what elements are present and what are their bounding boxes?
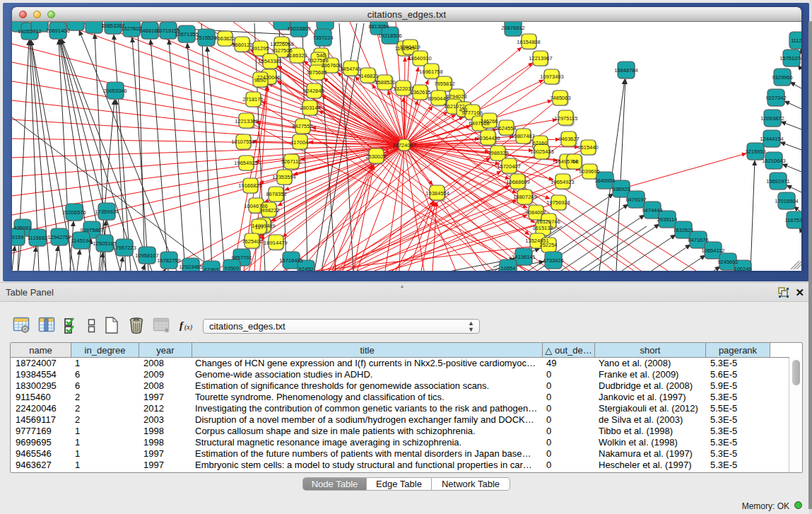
svg-text:14136141: 14136141 (512, 254, 535, 260)
svg-text:891295: 891295 (251, 45, 269, 52)
svg-text:11121: 11121 (791, 37, 801, 44)
svg-text:1527602: 1527602 (121, 25, 141, 32)
svg-text:2718176: 2718176 (242, 96, 263, 103)
svg-text:17957223: 17957223 (112, 245, 136, 251)
svg-text:746266: 746266 (480, 118, 498, 124)
svg-text:1096419: 1096419 (399, 44, 420, 50)
svg-text:9146821: 9146821 (358, 73, 378, 79)
svg-text:8660123: 8660123 (232, 42, 252, 48)
svg-text:9515440: 9515440 (577, 144, 598, 151)
svg-text:9039695: 9039695 (579, 168, 599, 175)
svg-text:10654: 10654 (501, 265, 516, 271)
svg-text:18807249: 18807249 (513, 194, 536, 200)
svg-text:13226058: 13226058 (270, 41, 293, 47)
svg-text:100249: 100249 (734, 266, 751, 271)
svg-text:127: 127 (255, 224, 264, 230)
svg-text:20053346: 20053346 (103, 88, 126, 94)
svg-text:17359924: 17359924 (95, 209, 118, 215)
svg-text:1733426: 1733426 (543, 257, 563, 264)
svg-text:10107553: 10107553 (231, 139, 254, 145)
svg-text:9857791: 9857791 (231, 255, 252, 261)
svg-text:1640954: 1640954 (594, 177, 615, 184)
svg-text:3498222: 3498222 (259, 207, 279, 214)
svg-text:19756928: 19756928 (546, 199, 570, 206)
svg-text:1615132: 1615132 (532, 225, 553, 231)
svg-text:92450: 92450 (299, 266, 314, 271)
svg-text:18724007: 18724007 (392, 142, 416, 148)
svg-text:9463627: 9463627 (558, 136, 579, 142)
svg-text:10973493: 10973493 (540, 74, 563, 80)
svg-text:1115682: 1115682 (28, 235, 47, 241)
svg-text:12213369: 12213369 (235, 118, 258, 124)
svg-text:10688609: 10688609 (506, 179, 529, 185)
svg-text:7663822: 7663822 (214, 35, 235, 42)
svg-text:20364436: 20364436 (476, 135, 500, 141)
svg-text:8990448: 8990448 (428, 95, 448, 102)
svg-text:16961758: 16961758 (419, 69, 442, 75)
svg-text:8678352: 8678352 (266, 191, 286, 197)
svg-text:62160: 62160 (533, 140, 548, 146)
svg-text:8427552: 8427552 (292, 123, 312, 129)
svg-text:2867608: 2867608 (321, 62, 341, 69)
svg-text:12353594: 12353594 (272, 174, 295, 180)
svg-text:1167533: 1167533 (785, 217, 801, 223)
svg-text:12093872: 12093872 (760, 115, 784, 122)
svg-text:16120746: 16120746 (536, 218, 560, 225)
svg-text:f: f (180, 320, 184, 331)
svg-text:2803144: 2803144 (300, 105, 320, 111)
svg-text:3215953: 3215953 (745, 148, 765, 155)
svg-text:12942757: 12942757 (47, 234, 71, 240)
svg-text:7986322: 7986322 (488, 150, 508, 156)
svg-text:252254: 252254 (539, 242, 557, 248)
svg-text:10807487: 10807487 (511, 133, 534, 139)
svg-text:19654925: 19654925 (234, 160, 257, 166)
svg-text:6794028: 6794028 (446, 93, 466, 100)
svg-text:9890: 9890 (254, 77, 266, 83)
svg-text:3267110: 3267110 (281, 158, 302, 165)
svg-text:19654923: 19654923 (551, 179, 574, 185)
svg-text:9242848: 9242848 (303, 88, 324, 94)
svg-text:16782759: 16782759 (157, 257, 180, 264)
svg-text:16033809: 16033809 (287, 25, 310, 32)
svg-text:93509: 93509 (225, 265, 240, 271)
svg-text:15716485: 15716485 (279, 257, 302, 264)
svg-text:20691406: 20691406 (46, 28, 69, 34)
svg-text:7632621: 7632621 (673, 227, 693, 233)
svg-text:16648784: 16648784 (614, 67, 637, 74)
svg-text:7515524: 7515524 (196, 35, 216, 41)
svg-text:435061: 435061 (13, 225, 31, 231)
svg-text:10958107: 10958107 (135, 252, 158, 259)
svg-text:8454749: 8454749 (340, 66, 360, 72)
svg-text:44: 44 (572, 158, 577, 165)
svg-text:2935114: 2935114 (657, 216, 678, 223)
svg-text:8813054: 8813054 (368, 23, 389, 30)
svg-text:16154808: 16154808 (517, 39, 540, 45)
svg-text:16543382: 16543382 (258, 58, 281, 64)
svg-text:1588520: 1588520 (375, 79, 395, 86)
svg-text:3875685: 3875685 (306, 69, 326, 76)
svg-text:10654112: 10654112 (702, 247, 725, 254)
svg-text:19166825: 19166825 (238, 182, 261, 189)
svg-text:20206576: 20206576 (62, 209, 86, 216)
svg-text:938923: 938923 (612, 186, 630, 192)
svg-text:1362615: 1362615 (410, 89, 430, 95)
svg-text:9084067: 9084067 (525, 209, 546, 216)
svg-text:39159: 39159 (12, 234, 23, 240)
svg-text:10025433: 10025433 (530, 148, 553, 155)
svg-text:12444154: 12444154 (760, 136, 783, 142)
svg-text:9474444: 9474444 (642, 207, 662, 214)
svg-text:16914479: 16914479 (264, 240, 287, 246)
svg-text:14055712: 14055712 (18, 28, 41, 35)
svg-text:7357224: 7357224 (312, 35, 333, 41)
svg-text:9245652: 9245652 (717, 259, 738, 265)
svg-text:19218506: 19218506 (378, 33, 401, 39)
svg-text:12923465: 12923465 (179, 264, 202, 270)
svg-text:6479197: 6479197 (625, 197, 646, 203)
svg-text:117004: 117004 (291, 139, 308, 146)
svg-text:8471676: 8471676 (688, 237, 708, 243)
svg-text:2530027: 2530027 (365, 153, 386, 160)
svg-text:87969: 87969 (204, 267, 219, 271)
svg-text:15692971: 15692971 (766, 178, 789, 185)
svg-text:7625402: 7625402 (242, 238, 262, 245)
svg-text:8186323: 8186323 (286, 52, 307, 59)
